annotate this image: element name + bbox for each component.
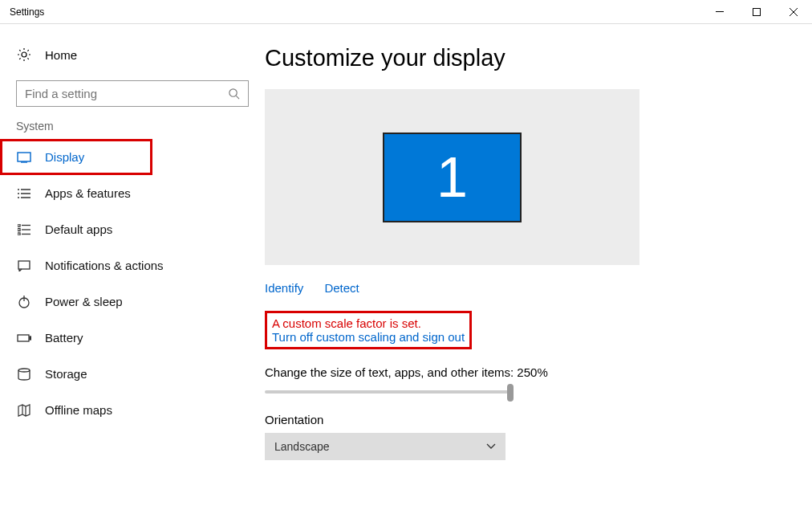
sidebar-item-display[interactable]: Display: [0, 139, 152, 175]
storage-icon: [16, 368, 32, 381]
sidebar-item-label: Default apps: [45, 222, 112, 236]
content-pane: Customize your display 1 Identify Detect…: [265, 24, 812, 518]
svg-rect-11: [30, 336, 31, 340]
svg-rect-8: [18, 261, 30, 269]
svg-rect-0: [716, 11, 724, 12]
close-icon: [790, 8, 798, 16]
sidebar-item-label: Display: [45, 150, 84, 164]
sidebar-item-default-apps[interactable]: Default apps: [0, 211, 265, 247]
window-controls: [701, 0, 812, 23]
battery-icon: [16, 334, 32, 342]
dropdown-value: Landscape: [274, 440, 330, 453]
sidebar-section-label: System: [0, 120, 265, 139]
gear-icon: [16, 47, 32, 63]
notifications-icon: [16, 260, 32, 271]
detect-link[interactable]: Detect: [324, 281, 359, 295]
svg-point-12: [18, 369, 30, 372]
list-icon: [16, 188, 32, 199]
sidebar-item-label: Offline maps: [45, 403, 112, 417]
sidebar-item-apps-features[interactable]: Apps & features: [0, 175, 265, 211]
scale-slider[interactable]: [265, 390, 514, 394]
slider-thumb[interactable]: [507, 384, 514, 402]
sidebar-item-label: Notifications & actions: [45, 259, 164, 272]
sidebar: Home System Display Apps & features: [0, 24, 265, 518]
close-button[interactable]: [775, 0, 812, 23]
orientation-label: Orientation: [265, 413, 788, 426]
identify-link[interactable]: Identify: [265, 281, 303, 295]
home-label: Home: [45, 48, 77, 62]
search-input-wrapper[interactable]: [16, 80, 249, 107]
sidebar-item-label: Power & sleep: [45, 295, 123, 308]
search-icon: [228, 88, 240, 100]
minimize-icon: [716, 11, 724, 12]
svg-rect-10: [18, 335, 29, 341]
sidebar-item-offline-maps[interactable]: Offline maps: [0, 392, 265, 428]
svg-rect-4: [18, 153, 30, 161]
maximize-button[interactable]: [738, 0, 775, 23]
svg-rect-5: [18, 224, 20, 226]
warning-text: A custom scale factor is set.: [272, 316, 465, 330]
display-icon: [16, 152, 32, 163]
monitor-thumbnail[interactable]: 1: [383, 133, 522, 222]
sidebar-item-label: Storage: [45, 367, 87, 381]
sidebar-item-battery[interactable]: Battery: [0, 320, 265, 356]
map-icon: [16, 404, 32, 417]
orientation-dropdown[interactable]: Landscape: [265, 433, 505, 460]
svg-rect-6: [18, 228, 20, 230]
defaults-icon: [16, 224, 32, 235]
power-icon: [16, 296, 32, 308]
page-heading: Customize your display: [265, 45, 788, 71]
svg-point-2: [22, 52, 26, 57]
chevron-down-icon: [486, 443, 496, 450]
sidebar-item-storage[interactable]: Storage: [0, 356, 265, 392]
display-preview: 1: [265, 89, 639, 265]
titlebar: Settings: [0, 0, 812, 24]
custom-scale-warning: A custom scale factor is set. Turn off c…: [265, 311, 472, 349]
search-input[interactable]: [25, 87, 228, 100]
scale-label: Change the size of text, apps, and other…: [265, 365, 788, 379]
monitor-number: 1: [436, 145, 468, 210]
svg-point-3: [229, 89, 237, 96]
sidebar-item-label: Apps & features: [45, 186, 131, 200]
maximize-icon: [753, 8, 761, 16]
minimize-button[interactable]: [701, 0, 738, 23]
sidebar-item-power-sleep[interactable]: Power & sleep: [0, 283, 265, 320]
sidebar-item-label: Battery: [45, 331, 83, 345]
svg-rect-7: [18, 233, 20, 235]
window-title: Settings: [10, 6, 701, 18]
sidebar-item-notifications[interactable]: Notifications & actions: [0, 247, 265, 283]
home-button[interactable]: Home: [0, 40, 265, 69]
turn-off-scaling-link[interactable]: Turn off custom scaling and sign out: [272, 330, 465, 344]
svg-rect-1: [753, 8, 761, 15]
